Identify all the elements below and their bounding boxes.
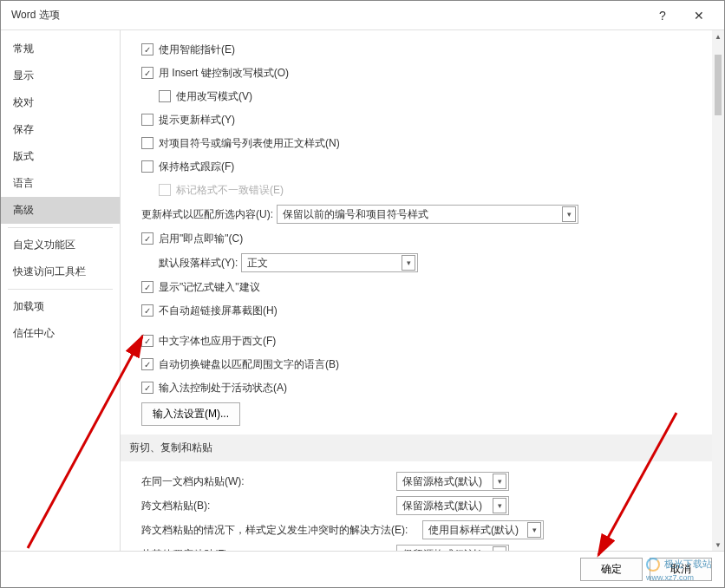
dialog-title: Word 选项 [11, 8, 644, 23]
checkbox-icon[interactable] [141, 137, 153, 149]
option-normal-for-list[interactable]: 对项目符号或编号列表使用正文样式(N) [127, 134, 705, 152]
paste-same-doc-row: 在同一文档内粘贴(W): 保留源格式(默认) ▾ [127, 472, 705, 491]
option-label: 提示更新样式(Y) [159, 113, 235, 127]
option-label: 在同一文档内粘贴(W): [141, 474, 393, 489]
sidebar-item-general[interactable]: 常规 [1, 36, 120, 62]
checkbox-icon[interactable] [159, 90, 171, 102]
checkbox-icon[interactable] [141, 304, 153, 317]
paste-cross-conflict-row: 跨文档粘贴的情况下，样式定义发生冲突时的解决方法(E): 使用目标样式(默认) … [127, 520, 705, 539]
option-prompt-style[interactable]: 提示更新样式(Y) [127, 111, 705, 128]
option-ime-active[interactable]: 输入法控制处于活动状态(A) [127, 379, 705, 396]
checkbox-icon[interactable] [141, 335, 153, 347]
option-mark-inconsist: 标记格式不一致错误(E) [127, 181, 705, 199]
checkbox-icon[interactable] [141, 281, 153, 293]
scroll-down-icon[interactable]: ▼ [712, 539, 724, 551]
paste-cross-doc-row: 跨文档粘贴(B): 保留源格式(默认) ▾ [127, 496, 705, 515]
default-para-select[interactable]: 正文 ▾ [241, 253, 418, 272]
checkbox-icon[interactable] [141, 160, 153, 173]
option-label: 用 Insert 键控制改写模式(O) [159, 66, 289, 81]
checkbox-icon[interactable] [141, 114, 153, 126]
checkbox-icon [159, 184, 171, 196]
chevron-down-icon: ▾ [402, 255, 415, 271]
option-label: 自动切换键盘以匹配周围文字的语言(B) [159, 357, 339, 372]
sidebar-item-save[interactable]: 保存 [1, 116, 120, 143]
option-label: 使用改写模式(V) [176, 89, 252, 104]
option-insert-toggle[interactable]: 用 Insert 键控制改写模式(O) [127, 64, 705, 82]
dialog-body: 常规 显示 校对 保存 版式 语言 高级 自定义功能区 快速访问工具栏 加载项 … [1, 30, 724, 551]
option-track-formatting[interactable]: 保持格式跟踪(F) [127, 158, 705, 175]
chevron-down-icon: ▾ [527, 522, 541, 538]
sidebar: 常规 显示 校对 保存 版式 语言 高级 自定义功能区 快速访问工具栏 加载项 … [1, 30, 121, 551]
ime-settings-row: 输入法设置(M)... [127, 402, 705, 426]
paste-other-app-row: 从其他程序粘贴(F): 保留源格式(默认) ▾ [127, 545, 705, 551]
scroll-up-icon[interactable]: ▲ [712, 30, 724, 42]
option-update-style: 更新样式以匹配所选内容(U): 保留以前的编号和项目符号样式 ▾ [127, 205, 705, 224]
option-label: 标记格式不一致错误(E) [176, 183, 284, 198]
paste-other-app-select[interactable]: 保留源格式(默认) ▾ [396, 545, 509, 551]
sidebar-item-display[interactable]: 显示 [1, 62, 120, 89]
option-label: 对项目符号或编号列表使用正文样式(N) [159, 136, 340, 151]
chevron-down-icon: ▾ [493, 498, 506, 513]
sidebar-item-quick-access[interactable]: 快速访问工具栏 [1, 258, 120, 285]
option-label: 中文字体也应用于西文(F) [159, 334, 276, 349]
sidebar-separator [8, 289, 113, 290]
scroll-area: 使用智能指针(E) 用 Insert 键控制改写模式(O) 使用改写模式(V) … [121, 30, 712, 551]
select-value: 保留以前的编号和项目符号样式 [283, 207, 557, 222]
paste-cross-doc-select[interactable]: 保留源格式(默认) ▾ [396, 496, 509, 515]
cancel-button[interactable]: 取消 [650, 558, 712, 581]
option-default-para: 默认段落样式(Y): 正文 ▾ [127, 253, 705, 272]
checkbox-icon[interactable] [141, 67, 153, 79]
option-cn-font-west[interactable]: 中文字体也应用于西文(F) [127, 332, 705, 350]
option-auto-switch-kb[interactable]: 自动切换键盘以匹配周围文字的语言(B) [127, 356, 705, 373]
option-label: 保持格式跟踪(F) [159, 160, 234, 174]
spacer [127, 325, 705, 332]
sidebar-item-addins[interactable]: 加载项 [1, 293, 120, 320]
sidebar-item-layout[interactable]: 版式 [1, 143, 120, 170]
select-value: 保留源格式(默认) [402, 499, 487, 513]
option-overtype[interactable]: 使用改写模式(V) [127, 88, 705, 105]
option-label: 跨文档粘贴(B): [141, 499, 393, 513]
option-label: 使用智能指针(E) [159, 42, 235, 57]
option-label: 显示"记忆式键入"建议 [159, 280, 260, 295]
section-head-paste: 剪切、复制和粘贴 [121, 434, 712, 461]
sidebar-item-trust-center[interactable]: 信任中心 [1, 320, 120, 347]
option-label: 输入法控制处于活动状态(A) [159, 381, 287, 395]
option-label: 默认段落样式(Y): [159, 256, 238, 271]
update-style-select[interactable]: 保留以前的编号和项目符号样式 ▾ [277, 205, 578, 224]
sidebar-separator [8, 227, 113, 228]
option-label: 不自动超链接屏幕截图(H) [159, 304, 278, 318]
ok-button[interactable]: 确定 [580, 558, 643, 581]
word-options-dialog: Word 选项 ? ✕ 常规 显示 校对 保存 版式 语言 高级 自定义功能区 … [0, 0, 725, 588]
option-smart-pointer[interactable]: 使用智能指针(E) [127, 41, 705, 58]
option-no-screenshot-link[interactable]: 不自动超链接屏幕截图(H) [127, 302, 705, 319]
option-autocomplete[interactable]: 显示"记忆式键入"建议 [127, 278, 705, 296]
content-pane: 使用智能指针(E) 用 Insert 键控制改写模式(O) 使用改写模式(V) … [121, 30, 724, 551]
select-value: 正文 [247, 256, 396, 271]
select-value: 保留源格式(默认) [402, 474, 487, 489]
checkbox-icon[interactable] [141, 382, 153, 394]
option-click-type[interactable]: 启用"即点即输"(C) [127, 230, 705, 247]
checkbox-icon[interactable] [141, 232, 153, 245]
checkbox-icon[interactable] [141, 43, 153, 56]
option-label: 跨文档粘贴的情况下，样式定义发生冲突时的解决方法(E): [141, 523, 419, 538]
paste-same-doc-select[interactable]: 保留源格式(默认) ▾ [396, 472, 509, 491]
ime-settings-button[interactable]: 输入法设置(M)... [141, 402, 240, 426]
option-label: 更新样式以匹配所选内容(U): [141, 207, 273, 222]
scrollbar-thumb[interactable] [715, 55, 722, 115]
option-label: 启用"即点即输"(C) [159, 232, 243, 246]
vertical-scrollbar[interactable]: ▲ ▼ [712, 30, 724, 551]
titlebar: Word 选项 ? ✕ [1, 1, 724, 30]
sidebar-item-language[interactable]: 语言 [1, 170, 120, 197]
sidebar-item-advanced[interactable]: 高级 [1, 197, 120, 224]
chevron-down-icon: ▾ [493, 474, 506, 489]
checkbox-icon[interactable] [141, 358, 153, 370]
select-value: 使用目标样式(默认) [428, 523, 522, 538]
sidebar-item-customize-ribbon[interactable]: 自定义功能区 [1, 232, 120, 258]
paste-cross-conflict-select[interactable]: 使用目标样式(默认) ▾ [422, 520, 544, 539]
sidebar-item-proofing[interactable]: 校对 [1, 89, 120, 116]
dialog-footer: 确定 取消 极光下载站 www.xz7.com [1, 551, 724, 587]
close-button[interactable]: ✕ [681, 3, 717, 29]
help-button[interactable]: ? [644, 3, 681, 29]
chevron-down-icon: ▾ [562, 206, 576, 222]
